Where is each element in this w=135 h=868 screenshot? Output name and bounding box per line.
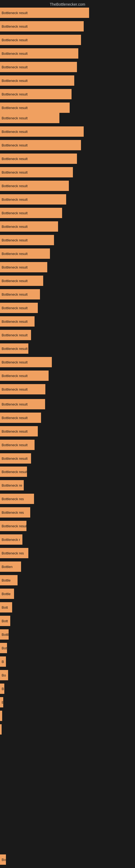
bar-label: Bo (2, 858, 6, 862)
bar-label: Bottleneck result (2, 116, 28, 120)
bar-label: Bottleneck result (2, 292, 28, 297)
bar-item: Bottleneck result (0, 35, 81, 45)
bar-item: Bottle (0, 575, 17, 585)
bar-label: Bottleneck result (2, 429, 28, 433)
bar-label: Bottle (2, 578, 10, 582)
bar-label: Bottleneck result (2, 24, 28, 29)
bar-label: Bo (2, 673, 6, 677)
bar-label: Bottleneck result (2, 252, 28, 256)
bar-item (0, 724, 2, 735)
bar-label: Bottleneck result (2, 333, 28, 337)
bar-item: Bo (0, 855, 6, 865)
bar-item: Bottleneck result (0, 371, 49, 381)
bar-label: Bottleneck res (2, 497, 24, 501)
bar-item: Bottleneck result (0, 21, 84, 31)
bar-label: Bottleneck result (2, 238, 28, 242)
bar-label: B (2, 687, 4, 691)
bar-label: Bottleneck result (2, 52, 28, 56)
bar-label: Bottleneck res (2, 510, 24, 515)
bar-item: Bottleneck result (0, 62, 77, 72)
bar-item: Bott (0, 602, 12, 613)
bar-item: Bottleneck result (0, 248, 50, 259)
bar-item: B (0, 697, 3, 707)
bar-item: Bottleneck result (0, 262, 47, 272)
bar-label: Bottleneck result (2, 65, 28, 69)
bar-item: Bottleneck result (0, 154, 77, 164)
bar-item: Bottleneck result (0, 289, 40, 300)
bar-label: B (2, 660, 4, 664)
bar-item: Bottleneck res (0, 507, 30, 518)
bar-label: Bottlen (2, 565, 12, 569)
bar-item: Bottleneck r (0, 534, 22, 545)
bar-label: Bottleneck result (2, 11, 28, 15)
bar-label: Bottleneck result (2, 443, 28, 447)
bar-item: Bott (0, 643, 7, 653)
bar-item: Bottleneck result (0, 181, 69, 191)
bar-label: Bott (2, 606, 8, 610)
bar-item: Bottleneck result (0, 426, 38, 436)
bar-label: Bottleneck result (2, 106, 28, 110)
bar-label: Bottleneck result (2, 360, 28, 364)
bar-label: Bottleneck result (2, 38, 28, 42)
bar-item: Bottleneck result (0, 194, 66, 205)
bar-item: Bottleneck result (0, 140, 81, 150)
bar-label: Bottl (2, 632, 9, 637)
bar-item: Bottleneck result (0, 440, 35, 450)
bar-label: Bottleneck result (2, 225, 28, 229)
bar-label: Bott (2, 619, 8, 623)
bar-item: Bottleneck result (0, 113, 59, 123)
bar-item: Bottle (0, 589, 14, 599)
bar-label: Bottle (2, 592, 10, 596)
bar-label: Bottleneck result (2, 130, 28, 134)
bar-item: Bottleneck res (0, 494, 34, 504)
bar-label: Bott (2, 646, 7, 650)
bar-item: Bottleneck re (0, 480, 24, 490)
bar-item: Bottleneck result (0, 208, 62, 218)
bar-item: Bottleneck result (0, 221, 58, 231)
bar-item: B (0, 656, 6, 667)
bar-label: Bottleneck result (2, 211, 28, 215)
bar-item: Bottleneck result (0, 343, 28, 354)
bar-label: B (2, 701, 3, 705)
bar-item: Bottleneck result (0, 453, 31, 464)
bar-item: Bottleneck result (0, 89, 72, 99)
bar-item: Bottleneck result (0, 48, 78, 59)
bar-item: Bottl (0, 629, 9, 640)
bar-label: Bottleneck result (2, 388, 28, 392)
bar-label: Bottleneck result (2, 524, 27, 528)
bar-item: Bottleneck result (0, 467, 27, 477)
bar-item: Bottleneck result (0, 412, 41, 423)
bar-label: Bottleneck result (2, 306, 28, 310)
bar-item: Bo (0, 670, 8, 680)
bar-item: Bottleneck result (0, 126, 84, 137)
bar-label: Bottleneck res (2, 551, 24, 555)
bar-label: Bottleneck result (2, 79, 28, 83)
bar-label: Bottleneck result (2, 347, 28, 351)
bar-item: Bottleneck res (0, 548, 28, 558)
bar-item: Bottleneck result (0, 75, 74, 86)
bar-item: Bottleneck result (0, 384, 45, 394)
bar-item: B (0, 684, 4, 694)
bar-label: Bottleneck result (2, 457, 28, 461)
bar-label: Bottleneck result (2, 143, 28, 147)
bar-label: Bottleneck result (2, 402, 28, 406)
bar-label: Bottleneck r (2, 538, 20, 542)
bar-label: Bottleneck result (2, 157, 28, 161)
bar-label: Bottleneck result (2, 265, 28, 269)
bar-item: Bottleneck result (0, 276, 43, 286)
bar-label: Bottleneck result (2, 319, 28, 323)
bar-label: Bottleneck re (2, 484, 22, 488)
bar-label: Bottleneck result (2, 374, 28, 378)
bar-item: Bottleneck result (0, 316, 35, 327)
bar-item: Bottleneck result (0, 102, 70, 113)
bar-item: Bottlen (0, 561, 21, 572)
bar-label: Bottleneck result (2, 92, 28, 96)
bar-label: Bottleneck result (2, 279, 28, 283)
bar-item: Bottleneck result (0, 330, 31, 340)
bar-label: Bottleneck result (2, 184, 28, 188)
bar-label: Bottleneck result (2, 470, 27, 474)
bar-item: Bottleneck result (0, 399, 45, 409)
bar-item: Bottleneck result (0, 303, 38, 313)
bar-item: Bottleneck result (0, 235, 54, 245)
bar-label: Bottleneck result (2, 416, 28, 420)
